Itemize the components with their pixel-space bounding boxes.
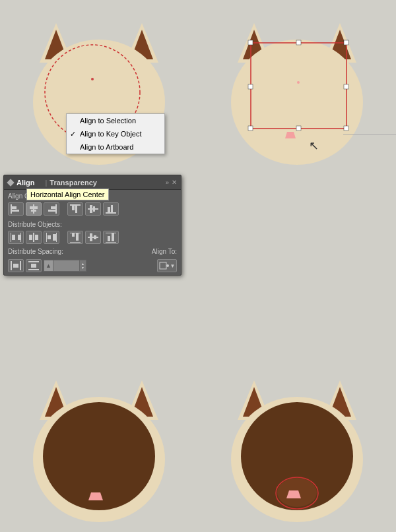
svg-rect-61 — [108, 236, 110, 241]
align-to-dropdown-menu: Align to Selection Align to Key Object A… — [66, 113, 165, 154]
svg-rect-37 — [90, 205, 92, 213]
svg-rect-46 — [33, 233, 34, 242]
svg-rect-35 — [75, 206, 77, 213]
svg-rect-63 — [106, 242, 116, 243]
distribute-center-v-button[interactable] — [85, 231, 101, 244]
distribute-spacing-row: Distribute Spacing: Align To: — [4, 247, 181, 258]
svg-rect-58 — [90, 233, 92, 241]
svg-rect-19 — [248, 126, 253, 131]
bottom-right-cat-panel — [198, 354, 396, 532]
svg-rect-29 — [31, 210, 36, 212]
align-top-button[interactable] — [67, 202, 83, 216]
svg-rect-43 — [12, 235, 15, 240]
svg-rect-47 — [29, 235, 32, 240]
svg-rect-14 — [248, 40, 253, 45]
svg-rect-34 — [72, 206, 75, 210]
svg-point-22 — [297, 81, 300, 84]
distribute-right-button[interactable] — [44, 231, 59, 244]
distribute-center-h-button[interactable] — [26, 231, 42, 244]
bottom-left-cat-panel — [0, 354, 198, 532]
svg-rect-18 — [344, 84, 348, 89]
top-right-cat-svg — [218, 10, 376, 168]
svg-rect-42 — [11, 233, 11, 242]
px-input[interactable]: 0 px — [53, 260, 80, 272]
svg-rect-62 — [112, 233, 114, 241]
svg-rect-67 — [28, 261, 39, 262]
svg-rect-60 — [106, 233, 116, 233]
svg-rect-21 — [344, 126, 348, 131]
distribute-spacing-label: Distribute Spacing: — [8, 248, 63, 255]
tab-align[interactable]: Align — [16, 179, 35, 187]
svg-point-71 — [166, 264, 169, 267]
svg-rect-26 — [12, 210, 19, 212]
svg-rect-20 — [296, 126, 301, 131]
align-objects-row: Horizontal Align Center — [4, 201, 181, 218]
svg-rect-45 — [20, 233, 21, 242]
svg-rect-57 — [88, 237, 98, 238]
align-to-selection-item[interactable]: Align to Selection — [67, 114, 164, 127]
distribute-top-button[interactable] — [67, 231, 83, 244]
svg-rect-56 — [70, 242, 81, 243]
top-row: ↖ — [0, 0, 396, 178]
svg-rect-50 — [48, 235, 51, 239]
svg-rect-69 — [31, 264, 36, 268]
align-center-h-button[interactable]: Horizontal Align Center — [26, 202, 42, 216]
svg-rect-55 — [76, 233, 79, 241]
distribute-objects-label: Distribute Objects: — [4, 218, 181, 229]
spinner-up-icon[interactable]: ▲ — [44, 262, 53, 269]
svg-rect-25 — [12, 206, 16, 209]
svg-rect-64 — [11, 261, 12, 270]
bottom-row — [0, 354, 396, 532]
distribute-left-button[interactable] — [8, 231, 24, 244]
distribute-spacing-h-button[interactable] — [8, 259, 24, 272]
svg-rect-66 — [13, 264, 18, 268]
svg-rect-17 — [248, 84, 253, 89]
tooltip-horizontal-align-center: Horizontal Align Center — [26, 189, 109, 200]
svg-rect-51 — [53, 234, 56, 241]
top-right-cat-panel: ↖ — [198, 0, 396, 178]
svg-rect-32 — [48, 210, 55, 212]
align-panel: Align | Transparency » ✕ Align Objects: … — [3, 175, 182, 276]
panel-header: Align | Transparency » ✕ — [4, 175, 181, 190]
distribute-bottom-button[interactable] — [103, 231, 119, 244]
align-left-button[interactable] — [8, 202, 24, 216]
align-center-v-button[interactable] — [85, 202, 101, 216]
distribute-spacing-v-button[interactable] — [26, 259, 42, 272]
align-right-button[interactable] — [44, 202, 59, 216]
svg-rect-38 — [93, 206, 95, 212]
distribute-objects-row — [4, 229, 181, 247]
svg-rect-40 — [108, 207, 110, 212]
svg-rect-52 — [56, 233, 57, 242]
spinners[interactable]: ▲ ▼ — [80, 260, 86, 272]
svg-rect-39 — [106, 212, 116, 214]
align-to-button[interactable]: ▼ — [157, 259, 177, 272]
bottom-right-cat-svg — [218, 364, 376, 522]
panel-expand-icon[interactable]: » — [166, 179, 169, 186]
svg-rect-59 — [94, 235, 96, 239]
spinner-down[interactable]: ▼ — [80, 266, 86, 270]
svg-rect-70 — [160, 262, 166, 269]
svg-rect-53 — [70, 233, 81, 233]
align-to-key-object-item[interactable]: Align to Key Object — [67, 127, 164, 140]
bottom-left-cat-svg — [20, 364, 178, 522]
h-guide-line — [343, 134, 396, 134]
spacing-controls-row: ▲ 0 px ▲ ▼ ▼ — [4, 258, 181, 275]
align-bottom-button[interactable] — [103, 202, 119, 216]
cursor-icon: ↖ — [309, 138, 319, 153]
align-to-artboard-item[interactable]: Align to Artboard — [67, 140, 164, 154]
svg-rect-48 — [35, 235, 38, 240]
svg-rect-54 — [72, 233, 75, 237]
svg-rect-65 — [20, 261, 21, 270]
align-to-label: Align To: — [152, 248, 177, 255]
svg-rect-33 — [70, 204, 81, 206]
svg-rect-49 — [46, 233, 47, 242]
svg-point-6 — [91, 78, 94, 80]
align-to-dropdown-arrow[interactable]: ▼ — [170, 263, 176, 269]
svg-rect-24 — [11, 204, 12, 214]
svg-rect-28 — [30, 206, 38, 209]
svg-rect-16 — [344, 40, 348, 45]
tab-transparency[interactable]: Transparency — [50, 179, 97, 187]
svg-rect-41 — [111, 205, 113, 212]
svg-rect-31 — [51, 206, 55, 209]
panel-close-icon[interactable]: ✕ — [172, 179, 177, 186]
